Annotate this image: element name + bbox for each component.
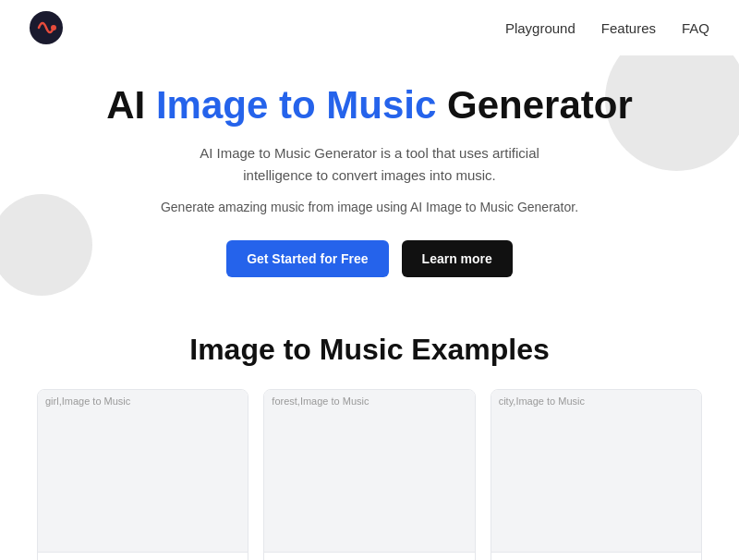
hero-section: AI Image to Music Generator AI Image to …	[0, 55, 739, 314]
hero-buttons: Get Started for Free Learn more	[55, 240, 684, 277]
hero-content: AI Image to Music Generator AI Image to …	[55, 83, 684, 277]
example-card-0: girl,Image to Music 0:00 / 0:00 ⋮	[37, 389, 248, 560]
svg-point-1	[51, 25, 56, 30]
example-image-0: girl,Image to Music	[38, 390, 248, 552]
example-image-alt-0: girl,Image to Music	[45, 396, 130, 407]
nav-playground[interactable]: Playground	[505, 20, 575, 36]
hero-secondary-text: Generate amazing music from image using …	[55, 200, 684, 214]
hero-title-prefix: AI	[106, 83, 156, 127]
example-card-1: forest,Image to Music 0:00 / 0:00 ⋮	[263, 389, 475, 560]
hero-subtitle: AI Image to Music Generator is a tool th…	[176, 142, 563, 187]
learn-more-button[interactable]: Learn more	[402, 240, 513, 277]
header: Playground Features FAQ	[0, 0, 739, 55]
example-image-alt-2: city,Image to Music	[499, 396, 585, 407]
examples-grid: girl,Image to Music 0:00 / 0:00 ⋮	[37, 389, 702, 560]
logo-icon	[30, 11, 63, 44]
logo	[30, 11, 63, 44]
get-started-button[interactable]: Get Started for Free	[226, 240, 388, 277]
hero-title-suffix: Generator	[436, 83, 632, 127]
example-image-2: city,Image to Music	[491, 390, 701, 552]
example-image-1: forest,Image to Music	[264, 390, 474, 552]
examples-title: Image to Music Examples	[37, 333, 702, 367]
hero-title: AI Image to Music Generator	[55, 83, 684, 128]
audio-player-2: 0:00 / 0:00 ⋮	[491, 552, 701, 560]
example-image-alt-1: forest,Image to Music	[272, 396, 369, 407]
example-card-2: city,Image to Music 0:00 / 0:00 ⋮	[491, 389, 702, 560]
nav: Playground Features FAQ	[505, 20, 709, 36]
nav-faq[interactable]: FAQ	[682, 20, 709, 36]
audio-player-0: 0:00 / 0:00 ⋮	[38, 552, 248, 560]
examples-section: Image to Music Examples girl,Image to Mu…	[0, 314, 739, 560]
nav-features[interactable]: Features	[601, 20, 656, 36]
audio-player-1: 0:00 / 0:00 ⋮	[264, 552, 474, 560]
hero-title-highlight: Image to Music	[156, 83, 436, 127]
